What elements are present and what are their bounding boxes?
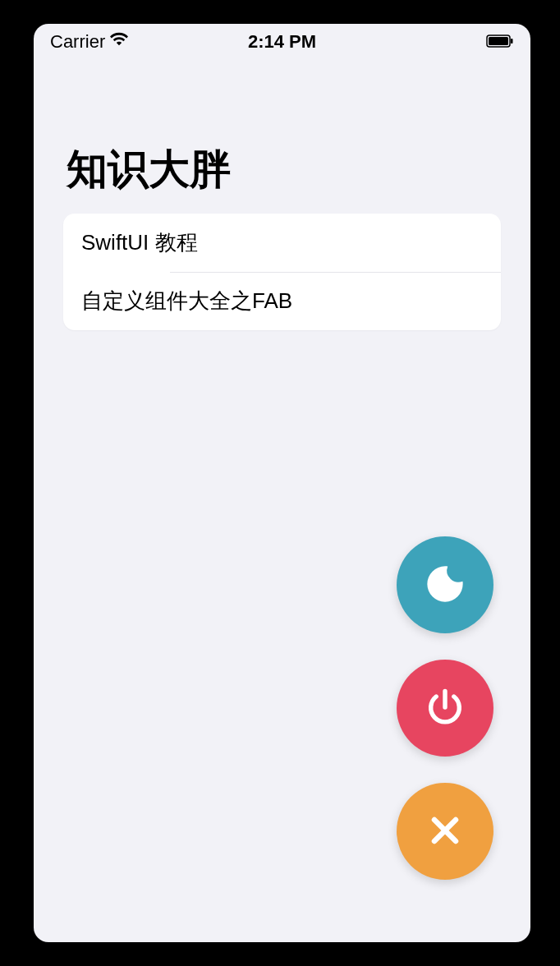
close-icon <box>424 809 466 854</box>
svg-rect-2 <box>511 39 513 44</box>
list-item[interactable]: SwiftUI 教程 <box>63 214 501 272</box>
list-card: SwiftUI 教程 自定义组件大全之FAB <box>63 214 501 330</box>
status-right <box>486 31 514 53</box>
status-left: Carrier <box>50 30 128 53</box>
fab-container <box>397 536 493 880</box>
list-item-label: SwiftUI 教程 <box>81 230 198 255</box>
device-frame: Carrier 2:14 PM 知识大胖 <box>21 11 544 955</box>
wifi-icon <box>110 30 128 53</box>
screen: Carrier 2:14 PM 知识大胖 <box>34 24 530 942</box>
svg-rect-1 <box>489 37 508 45</box>
status-time: 2:14 PM <box>248 31 316 53</box>
status-bar: Carrier 2:14 PM <box>34 24 530 60</box>
fab-close-button[interactable] <box>397 783 493 880</box>
list-item-label: 自定义组件大全之FAB <box>81 288 292 313</box>
moon-icon <box>424 563 466 608</box>
page-title: 知识大胖 <box>34 142 530 214</box>
power-icon <box>424 686 466 731</box>
fab-power-button[interactable] <box>397 660 493 757</box>
content: 知识大胖 SwiftUI 教程 自定义组件大全之FAB <box>34 60 530 330</box>
battery-icon <box>486 31 514 53</box>
carrier-label: Carrier <box>50 31 105 53</box>
list-item[interactable]: 自定义组件大全之FAB <box>63 272 501 330</box>
fab-moon-button[interactable] <box>397 536 493 633</box>
